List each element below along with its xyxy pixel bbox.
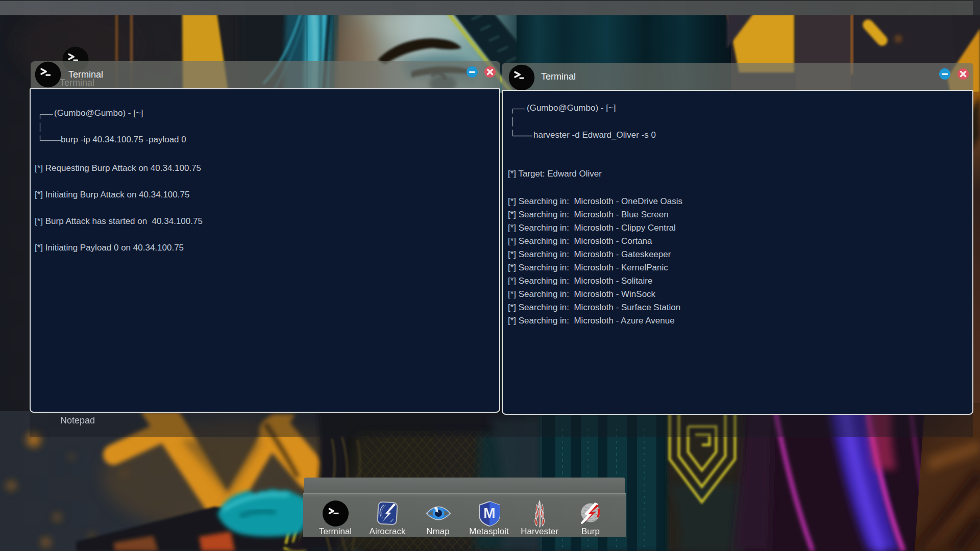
svg-text:M: M xyxy=(483,505,495,521)
